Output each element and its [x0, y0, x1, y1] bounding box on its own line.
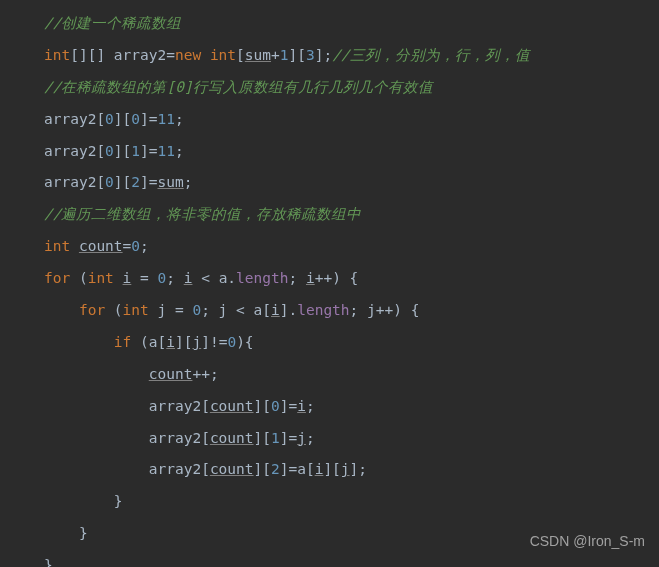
variable: j: [192, 334, 201, 350]
variable: count: [210, 398, 254, 414]
comment: //在稀疏数组的第[0]行写入原数组有几行几列几个有效值: [44, 79, 433, 95]
code-text: ]=a[: [280, 461, 315, 477]
code-text: [][] array2=: [70, 47, 175, 63]
code-text: }: [114, 493, 123, 509]
keyword: for: [79, 302, 114, 318]
code-text: < a.: [192, 270, 236, 286]
code-text: ;: [306, 430, 315, 446]
code-line: //在稀疏数组的第[0]行写入原数组有几行几列几个有效值: [44, 72, 659, 104]
code-text: array2[: [44, 111, 105, 127]
code-text: =: [123, 238, 132, 254]
code-text: =: [131, 270, 157, 286]
code-text: array2[: [44, 143, 105, 159]
code-text: j =: [158, 302, 193, 318]
number: 11: [158, 111, 175, 127]
code-text: (a[: [140, 334, 166, 350]
code-text: ;: [140, 238, 149, 254]
variable: j: [341, 461, 350, 477]
number: 3: [306, 47, 315, 63]
code-line: for (int i = 0; i < a.length; i++) {: [44, 263, 659, 295]
code-text: ][: [289, 47, 306, 63]
variable: count: [210, 430, 254, 446]
code-text: array2[: [149, 461, 210, 477]
code-text: ; j < a[: [201, 302, 271, 318]
comment: //三列，分别为，行，列，值: [332, 47, 529, 63]
code-line: count++;: [44, 359, 659, 391]
number: 1: [280, 47, 289, 63]
code-text: array2[: [44, 174, 105, 190]
code-text: ]=: [140, 111, 157, 127]
code-text: ];: [315, 47, 332, 63]
code-line: if (a[i][j]!=0){: [44, 327, 659, 359]
number: 0: [192, 302, 201, 318]
code-text: ][: [175, 334, 192, 350]
code-text: }: [44, 557, 53, 567]
number: 0: [227, 334, 236, 350]
keyword: new: [175, 47, 210, 63]
code-text: ][: [254, 461, 271, 477]
variable: i: [297, 398, 306, 414]
number: 1: [131, 143, 140, 159]
code-text: ++;: [192, 366, 218, 382]
code-text: array2[: [149, 430, 210, 446]
comment: //创建一个稀疏数组: [44, 15, 181, 31]
number: 0: [131, 238, 140, 254]
code-text: ;: [175, 143, 184, 159]
variable: sum: [245, 47, 271, 63]
number: 0: [105, 174, 114, 190]
code-text: ; j++) {: [350, 302, 420, 318]
code-line: int count=0;: [44, 231, 659, 263]
keyword: int: [123, 302, 158, 318]
comment: //遍历二维数组，将非零的值，存放稀疏数组中: [44, 206, 361, 222]
code-line: }: [44, 486, 659, 518]
keyword: int: [210, 47, 236, 63]
code-text: ;: [289, 270, 306, 286]
code-text: (: [79, 270, 88, 286]
code-text: ][: [323, 461, 340, 477]
field: length: [297, 302, 349, 318]
field: length: [236, 270, 288, 286]
code-text: ][: [254, 398, 271, 414]
code-text: ;: [166, 270, 183, 286]
code-line: array2[0][2]=sum;: [44, 167, 659, 199]
code-text: ]!=: [201, 334, 227, 350]
number: 1: [271, 430, 280, 446]
number: 0: [105, 143, 114, 159]
number: 2: [271, 461, 280, 477]
code-text: [: [236, 47, 245, 63]
number: 2: [131, 174, 140, 190]
number: 0: [158, 270, 167, 286]
code-text: ++) {: [315, 270, 359, 286]
number: 11: [158, 143, 175, 159]
code-text: ){: [236, 334, 253, 350]
code-text: ]=: [280, 398, 297, 414]
variable: sum: [158, 174, 184, 190]
code-text: ]=: [140, 174, 157, 190]
code-text: +: [271, 47, 280, 63]
code-line: array2[count][2]=a[i][j];: [44, 454, 659, 486]
code-text: ][: [254, 430, 271, 446]
number: 0: [271, 398, 280, 414]
code-text: ]=: [140, 143, 157, 159]
code-text: ][: [114, 143, 131, 159]
code-text: ];: [350, 461, 367, 477]
keyword: for: [44, 270, 79, 286]
code-text: ][: [114, 111, 131, 127]
variable: i: [306, 270, 315, 286]
keyword: int: [88, 270, 123, 286]
code-text: ][: [114, 174, 131, 190]
code-line: array2[count][0]=i;: [44, 391, 659, 423]
code-line: //遍历二维数组，将非零的值，存放稀疏数组中: [44, 199, 659, 231]
keyword: if: [114, 334, 140, 350]
variable: i: [123, 270, 132, 286]
code-line: for (int j = 0; j < a[i].length; j++) {: [44, 295, 659, 327]
keyword: int: [44, 47, 70, 63]
code-text: array2[: [149, 398, 210, 414]
code-text: (: [114, 302, 123, 318]
variable: i: [271, 302, 280, 318]
code-line: array2[0][0]=11;: [44, 104, 659, 136]
code-text: ;: [306, 398, 315, 414]
keyword: int: [44, 238, 79, 254]
code-text: }: [79, 525, 88, 541]
code-line: array2[0][1]=11;: [44, 136, 659, 168]
